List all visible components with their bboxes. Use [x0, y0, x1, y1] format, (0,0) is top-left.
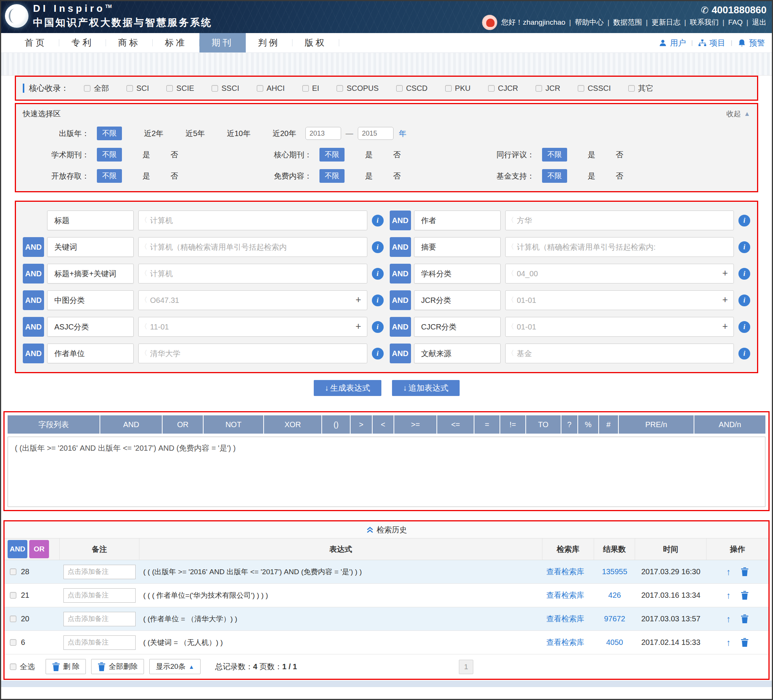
info-icon[interactable]: i: [372, 348, 384, 359]
tab-standard[interactable]: 标准: [153, 33, 199, 53]
toggle-no[interactable]: 否: [393, 150, 401, 160]
generate-expression-button[interactable]: ↓生成表达式: [314, 380, 382, 396]
view-database-link[interactable]: 查看检索库: [546, 590, 584, 600]
tab-patent[interactable]: 专利: [59, 33, 105, 53]
year-to-input[interactable]: [358, 127, 393, 140]
select-all[interactable]: 全选: [10, 662, 35, 672]
core-option-cjcr[interactable]: CJCR: [488, 84, 518, 93]
field-label-box[interactable]: 作者: [414, 211, 501, 230]
page-size-dropdown[interactable]: 显示20条 ▲: [149, 659, 201, 674]
checkbox-icon[interactable]: [10, 664, 16, 670]
load-expression-icon[interactable]: ↑: [726, 614, 731, 624]
plus-icon[interactable]: +: [355, 294, 361, 305]
toggle-yes[interactable]: 是: [588, 150, 595, 160]
plus-icon[interactable]: +: [722, 294, 728, 305]
checkbox-icon[interactable]: [257, 85, 263, 92]
nav-project[interactable]: 项目: [698, 38, 725, 48]
pub-year-10y[interactable]: 近10年: [227, 128, 250, 139]
toolbar-neq-button[interactable]: !=: [500, 415, 525, 433]
toolbar-field-list-button[interactable]: 字段列表: [8, 415, 100, 433]
checkbox-icon[interactable]: [10, 568, 16, 575]
abstract-input[interactable]: [505, 237, 734, 257]
field-label-box[interactable]: 标题+摘要+关键词: [47, 264, 134, 283]
note-input[interactable]: [63, 588, 136, 603]
source-input[interactable]: [505, 344, 734, 363]
field-label-box[interactable]: 关键词: [47, 237, 134, 257]
link-contact-us[interactable]: 联系我们: [690, 18, 719, 27]
delete-icon[interactable]: [741, 567, 749, 576]
core-option-jcr[interactable]: JCR: [536, 84, 560, 93]
toolbar-gte-button[interactable]: >=: [394, 415, 436, 433]
link-data-scope[interactable]: 数据范围: [613, 18, 642, 27]
plus-icon[interactable]: +: [722, 321, 728, 332]
delete-icon[interactable]: [741, 638, 749, 647]
author-input[interactable]: [505, 211, 734, 230]
and-operator-tag[interactable]: AND: [390, 264, 411, 283]
link-logout[interactable]: 退出: [752, 18, 766, 27]
and-operator-tag[interactable]: AND: [23, 344, 44, 363]
checkbox-icon[interactable]: [445, 85, 452, 92]
toggle-yes[interactable]: 是: [588, 171, 595, 181]
year-from-input[interactable]: [305, 127, 341, 140]
toggle-yes[interactable]: 是: [142, 150, 150, 160]
toggle-yes[interactable]: 是: [365, 150, 373, 160]
avatar[interactable]: [482, 15, 497, 30]
field-label-box[interactable]: ASJC分类: [47, 317, 134, 337]
toolbar-and-button[interactable]: AND: [100, 415, 162, 433]
load-expression-icon[interactable]: ↑: [726, 567, 731, 577]
toolbar-hash-button[interactable]: #: [599, 415, 618, 433]
jcr-class-input[interactable]: [505, 290, 734, 310]
note-input[interactable]: [63, 565, 136, 579]
view-database-link[interactable]: 查看检索库: [546, 614, 584, 624]
toolbar-gt-button[interactable]: >: [350, 415, 372, 433]
toolbar-pre-n-button[interactable]: PRE/n: [619, 415, 694, 433]
toolbar-lte-button[interactable]: <=: [437, 415, 474, 433]
load-expression-icon[interactable]: ↑: [726, 590, 731, 601]
subject-class-input[interactable]: [505, 264, 734, 283]
history-or-button[interactable]: OR: [29, 540, 49, 558]
toolbar-parens-button[interactable]: (): [322, 415, 350, 433]
toggle-no[interactable]: 否: [393, 171, 401, 181]
toolbar-xor-button[interactable]: XOR: [264, 415, 322, 433]
checkbox-icon[interactable]: [84, 85, 90, 92]
info-icon[interactable]: i: [738, 268, 750, 280]
and-operator-tag[interactable]: AND: [23, 317, 44, 337]
core-option-ahci[interactable]: AHCI: [257, 84, 285, 93]
checkbox-icon[interactable]: [536, 85, 542, 92]
toggle-no[interactable]: 否: [171, 150, 178, 160]
and-operator-tag[interactable]: AND: [390, 317, 411, 337]
and-operator-tag[interactable]: AND: [23, 290, 44, 310]
info-icon[interactable]: i: [372, 241, 384, 253]
toolbar-percent-button[interactable]: %: [578, 415, 598, 433]
link-update-log[interactable]: 更新日志: [651, 18, 680, 27]
page-number-button[interactable]: 1: [459, 660, 473, 674]
row-count-link[interactable]: 135955: [594, 560, 635, 583]
history-and-button[interactable]: AND: [8, 540, 27, 558]
link-faq[interactable]: FAQ: [728, 18, 743, 26]
field-label-box[interactable]: 摘要: [414, 237, 501, 257]
toggle-unlimited-button[interactable]: 不限: [319, 148, 345, 161]
tab-case[interactable]: 判例: [246, 33, 292, 53]
info-icon[interactable]: i: [738, 295, 750, 306]
and-operator-tag[interactable]: AND: [390, 211, 411, 230]
field-label-box[interactable]: JCR分类: [414, 290, 501, 310]
asjc-class-input[interactable]: [138, 317, 367, 337]
info-icon[interactable]: i: [738, 215, 750, 226]
core-option-pku[interactable]: PKU: [445, 84, 470, 93]
info-icon[interactable]: i: [372, 295, 384, 306]
tab-trademark[interactable]: 商标: [106, 33, 152, 53]
pub-year-unlimited-button[interactable]: 不限: [97, 127, 122, 140]
row-count-link[interactable]: 4050: [594, 631, 635, 654]
core-option-other[interactable]: 其它: [628, 83, 653, 94]
and-operator-tag[interactable]: AND: [390, 290, 411, 310]
info-icon[interactable]: i: [372, 215, 384, 226]
toggle-unlimited-button[interactable]: 不限: [97, 148, 122, 161]
toolbar-question-button[interactable]: ?: [561, 415, 577, 433]
note-input[interactable]: [63, 636, 136, 650]
cjcr-class-input[interactable]: [505, 317, 734, 337]
field-label-box[interactable]: 文献来源: [414, 344, 501, 363]
nav-alert[interactable]: 预警: [738, 38, 765, 48]
view-database-link[interactable]: 查看检索库: [546, 567, 584, 577]
core-option-ssci[interactable]: SSCI: [212, 84, 239, 93]
toolbar-or-button[interactable]: OR: [163, 415, 203, 433]
